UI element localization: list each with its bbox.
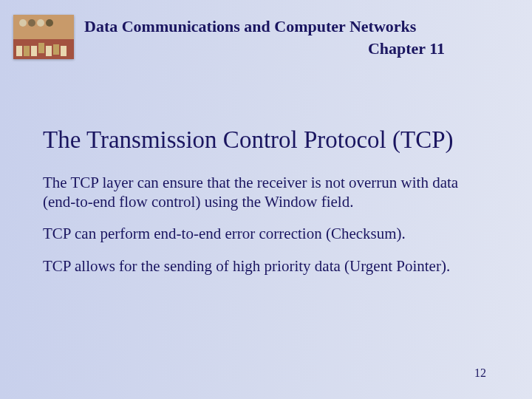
body-paragraph: TCP allows for the sending of high prior… [43,257,489,276]
body-paragraph: TCP can perform end-to-end error correct… [43,225,489,244]
slide-header: Data Communications and Computer Network… [84,16,502,58]
slide-title: The Transmission Control Protocol (TCP) [43,126,489,154]
chapter-label: Chapter 11 [84,39,445,58]
page-number: 12 [474,366,486,380]
course-title: Data Communications and Computer Network… [84,16,502,38]
book-cover-thumbnail [13,15,74,59]
slide-content: The Transmission Control Protocol (TCP) … [43,126,489,289]
body-paragraph: The TCP layer can ensure that the receiv… [43,174,489,211]
